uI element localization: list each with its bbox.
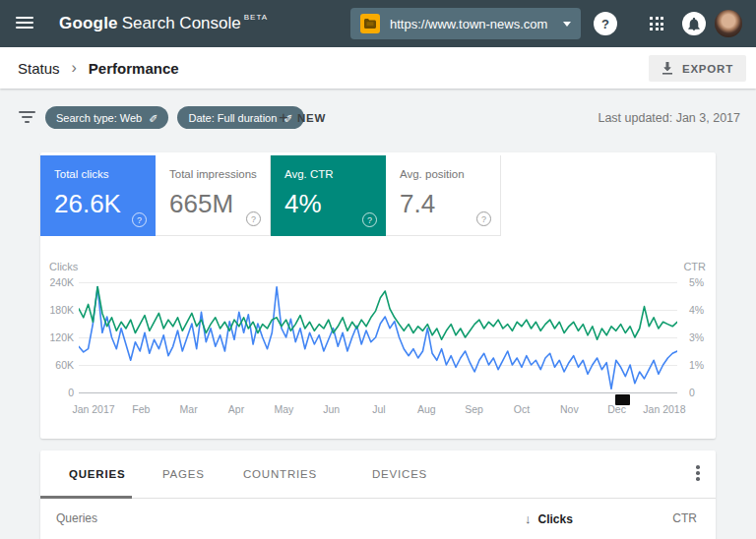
- metric-value: 665M: [169, 189, 258, 219]
- apps-grid-icon[interactable]: [650, 17, 663, 30]
- tab-queries[interactable]: QUERIES: [69, 450, 125, 499]
- kebab-menu-icon[interactable]: [696, 465, 700, 483]
- property-icon: [360, 14, 380, 33]
- top-app-bar: GoogleSearch ConsoleBETA https://www.tow…: [0, 0, 756, 47]
- filter-chip-label: Search type: Web: [56, 112, 142, 124]
- column-header-queries[interactable]: Queries: [56, 499, 97, 539]
- app-logo: GoogleSearch ConsoleBETA: [59, 13, 268, 33]
- filter-chips: Search type: Web✎Date: Full duration✎: [45, 106, 304, 129]
- breadcrumb: Status › Performance: [18, 47, 179, 89]
- metric-value: 7.4: [400, 189, 488, 219]
- page-header: Status › Performance EXPORT: [0, 47, 756, 89]
- page-title: Performance: [89, 60, 179, 77]
- column-header-ctr[interactable]: CTR: [672, 499, 697, 539]
- breadcrumb-separator-icon: ›: [72, 59, 77, 77]
- help-icon[interactable]: ?: [594, 12, 617, 35]
- tab-devices[interactable]: DEVICES: [372, 450, 427, 499]
- tab-pages[interactable]: PAGES: [162, 450, 205, 499]
- notifications-bell-icon[interactable]: [682, 12, 706, 35]
- download-icon: [662, 62, 673, 75]
- left-axis-tick: 60K: [42, 359, 74, 371]
- filter-chip-label: Date: Full duration: [188, 112, 277, 124]
- property-selector[interactable]: https://www.town-news.com: [350, 8, 581, 39]
- new-filter-button[interactable]: + NEW: [279, 106, 326, 130]
- metric-label: Avg. CTR: [284, 168, 374, 180]
- clicks-header-label: Clicks: [538, 512, 573, 526]
- performance-card: Total clicks26.6K?Total impressions665M?…: [40, 152, 716, 439]
- performance-line-chart[interactable]: [79, 270, 677, 398]
- beta-badge: BETA: [244, 13, 268, 22]
- export-label: EXPORT: [682, 63, 733, 75]
- metric-help-icon[interactable]: ?: [476, 211, 491, 226]
- user-avatar[interactable]: [715, 10, 742, 37]
- help-glyph: ?: [601, 17, 609, 31]
- column-header-clicks[interactable]: ↓ Clicks: [525, 499, 573, 539]
- last-updated-text: Last updated: Jan 3, 2017: [598, 98, 740, 138]
- metric-tile-total-clicks[interactable]: Total clicks26.6K?: [40, 155, 156, 236]
- metric-label: Total clicks: [54, 168, 144, 180]
- menu-icon[interactable]: [16, 17, 33, 29]
- right-axis-tick: 4%: [689, 304, 704, 316]
- metric-tiles: Total clicks26.6K?Total impressions665M?…: [40, 155, 501, 236]
- logo-product: Search Console: [122, 14, 241, 32]
- export-button[interactable]: EXPORT: [649, 55, 746, 82]
- left-axis-tick: 120K: [42, 331, 74, 343]
- metric-tile-total-impressions[interactable]: Total impressions665M?: [156, 155, 271, 236]
- x-axis-tick: Jan 2018: [637, 403, 692, 415]
- chevron-down-icon: [563, 22, 571, 27]
- dimensions-card: QUERIESPAGESCOUNTRIESDEVICES Queries ↓ C…: [40, 450, 716, 539]
- table-header-row: Queries ↓ Clicks CTR: [40, 499, 716, 539]
- left-axis-tick: 180K: [42, 304, 74, 316]
- filter-icon[interactable]: [18, 111, 35, 123]
- metric-value: 26.6K: [54, 189, 144, 219]
- metric-help-icon[interactable]: ?: [246, 211, 261, 226]
- left-axis-title: Clicks: [49, 261, 78, 272]
- sort-down-icon: ↓: [525, 511, 532, 526]
- right-axis-tick: 0: [689, 387, 695, 398]
- logo-brand: Google: [59, 14, 118, 32]
- edit-pencil-icon: ✎: [149, 111, 158, 124]
- metric-label: Avg. position: [400, 168, 488, 180]
- metric-tile-avg-position[interactable]: Avg. position7.4?: [386, 155, 501, 236]
- plus-icon: +: [279, 108, 288, 128]
- right-axis-tick: 3%: [689, 331, 704, 343]
- new-filter-label: NEW: [297, 112, 326, 124]
- right-axis-title: CTR: [683, 261, 706, 272]
- metric-label: Total impressions: [169, 168, 258, 180]
- right-axis-tick: 1%: [689, 359, 704, 371]
- dimension-tabs: QUERIESPAGESCOUNTRIESDEVICES: [40, 450, 716, 499]
- right-axis-tick: 5%: [689, 276, 704, 288]
- breadcrumb-status[interactable]: Status: [18, 60, 60, 77]
- filter-chip[interactable]: Search type: Web✎: [45, 106, 168, 129]
- metric-help-icon[interactable]: ?: [132, 212, 147, 227]
- metric-tile-avg-ctr[interactable]: Avg. CTR4%?: [271, 155, 386, 236]
- metric-value: 4%: [284, 189, 374, 219]
- left-axis-tick: 0: [42, 387, 74, 398]
- tab-countries[interactable]: COUNTRIES: [243, 450, 317, 499]
- cursor-artifact: [615, 394, 630, 405]
- filter-row: Search type: Web✎Date: Full duration✎ + …: [0, 98, 756, 138]
- property-url: https://www.town-news.com: [390, 17, 557, 31]
- left-axis-tick: 240K: [42, 276, 74, 288]
- metric-help-icon[interactable]: ?: [362, 212, 377, 227]
